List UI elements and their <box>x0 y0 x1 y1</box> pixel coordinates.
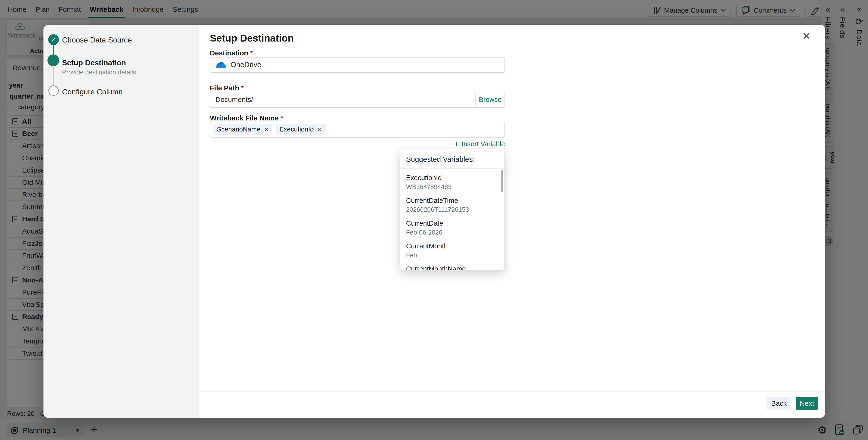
suggested-variables-header: Suggested Variables: <box>400 149 504 169</box>
required-asterisk: * <box>241 84 244 92</box>
destination-select[interactable]: OneDrive <box>210 57 505 73</box>
required-asterisk: * <box>250 49 253 57</box>
back-button[interactable]: Back <box>767 397 792 410</box>
file-path-input[interactable]: Documents/ Browse <box>210 92 505 107</box>
destination-value: OneDrive <box>230 61 261 69</box>
variable-option[interactable]: CurrentDateTime 20260206T111726153 <box>406 194 498 216</box>
insert-variable-link[interactable]: Insert Variable <box>462 140 505 148</box>
destination-label: Destination* <box>210 49 253 57</box>
insert-variable-row: + Insert Variable <box>210 139 505 148</box>
variable-option[interactable]: CurrentMonthName February <box>406 262 498 270</box>
step-connector <box>53 67 54 86</box>
file-path-value: Documents/ <box>215 96 253 104</box>
tag-execution-id: ExecutionId × <box>276 124 326 135</box>
variable-option[interactable]: CurrentMonth Feb <box>406 239 498 262</box>
browse-button[interactable]: Browse <box>475 92 504 107</box>
step-choose-data-source[interactable]: Choose Data Source <box>62 36 132 44</box>
remove-tag-icon[interactable]: × <box>264 126 269 133</box>
suggested-variables-list: ExecutionId WB1647894485 CurrentDateTime… <box>400 169 504 270</box>
file-path-label: File Path* <box>210 84 244 92</box>
step-done-icon[interactable]: ✓ <box>48 34 59 45</box>
plus-icon: + <box>454 139 459 148</box>
step-configure-column[interactable]: Configure Column <box>62 88 123 96</box>
suggested-variables-dropdown: Suggested Variables: ExecutionId WB16478… <box>400 149 504 270</box>
dropdown-scrollbar[interactable] <box>501 170 503 192</box>
step-setup-destination[interactable]: Setup Destination <box>62 59 126 67</box>
variable-option[interactable]: ExecutionId WB1647894485 <box>406 171 498 194</box>
next-button[interactable]: Next <box>796 397 818 410</box>
tag-scenario-name: ScenarioName × <box>213 124 272 135</box>
setup-destination-dialog: ✓ Choose Data Source Setup Destination P… <box>43 25 825 418</box>
required-asterisk: * <box>281 114 283 122</box>
step-todo-icon[interactable] <box>49 86 59 96</box>
onedrive-icon <box>215 61 226 69</box>
file-name-label: Writeback File Name* <box>210 114 283 122</box>
step-connector <box>53 45 54 55</box>
wizard-steps-panel: ✓ Choose Data Source Setup Destination P… <box>43 25 199 418</box>
remove-tag-icon[interactable]: × <box>317 126 322 133</box>
step-active-icon[interactable] <box>48 55 59 66</box>
app-screen: Home Plan Format Writeback Infobridge Se… <box>0 0 868 440</box>
close-icon[interactable]: × <box>802 29 810 42</box>
file-name-tag-input[interactable]: ScenarioName × ExecutionId × <box>210 122 505 137</box>
footer-divider <box>199 392 825 392</box>
dialog-title: Setup Destination <box>210 33 294 44</box>
variable-option[interactable]: CurrentDate Feb-06-2026 <box>406 216 498 239</box>
step-subtitle: Provide destination details <box>62 69 136 76</box>
